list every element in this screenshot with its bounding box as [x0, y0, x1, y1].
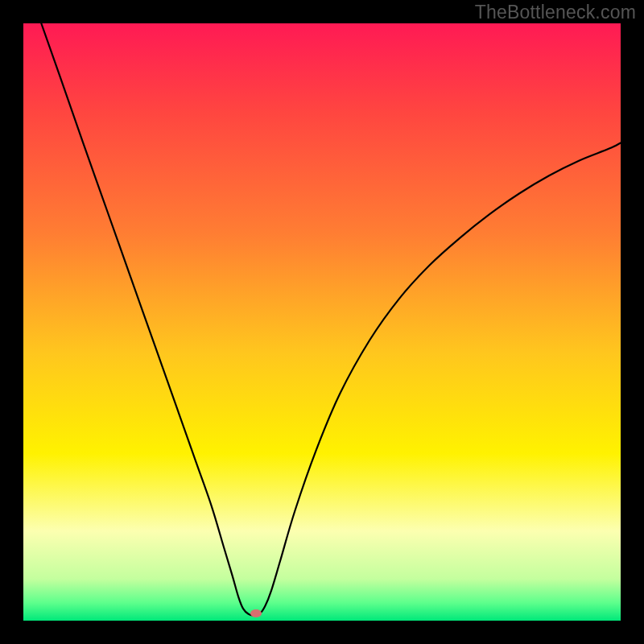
- watermark-text: TheBottleneck.com: [475, 2, 636, 23]
- curve-layer: [23, 23, 621, 621]
- marker-dot: [250, 609, 262, 617]
- chart-frame: TheBottleneck.com: [0, 0, 644, 644]
- bottleneck-curve: [41, 23, 621, 615]
- plot-area: [23, 23, 621, 621]
